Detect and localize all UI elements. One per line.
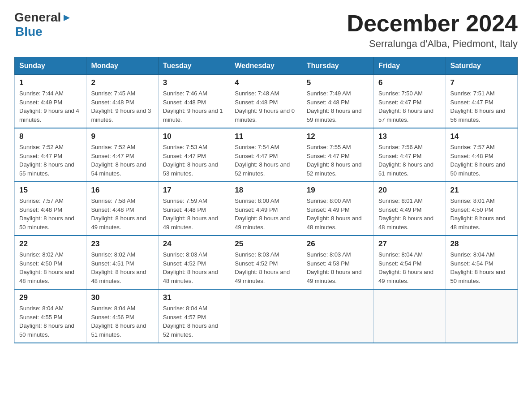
logo-text-general: General bbox=[14, 11, 61, 25]
day-info: Sunrise: 7:48 AMSunset: 4:48 PMDaylight:… bbox=[235, 89, 297, 124]
day-number: 6 bbox=[378, 78, 441, 87]
calendar-day-cell: 8Sunrise: 7:52 AMSunset: 4:47 PMDaylight… bbox=[15, 128, 86, 182]
calendar-day-cell: 19Sunrise: 8:00 AMSunset: 4:49 PMDayligh… bbox=[302, 182, 373, 235]
calendar-day-cell: 4Sunrise: 7:48 AMSunset: 4:48 PMDaylight… bbox=[230, 75, 302, 128]
day-info: Sunrise: 8:04 AMSunset: 4:54 PMDaylight:… bbox=[378, 250, 441, 285]
day-info: Sunrise: 7:46 AMSunset: 4:48 PMDaylight:… bbox=[163, 89, 225, 124]
weekday-header-tuesday: Tuesday bbox=[158, 57, 230, 75]
calendar-day-cell bbox=[374, 289, 446, 343]
calendar-table: SundayMondayTuesdayWednesdayThursdayFrid… bbox=[14, 57, 518, 343]
calendar-day-cell: 17Sunrise: 7:59 AMSunset: 4:48 PMDayligh… bbox=[158, 182, 230, 235]
weekday-header-monday: Monday bbox=[86, 57, 158, 75]
logo-text-blue: Blue bbox=[15, 25, 43, 39]
calendar-day-cell: 21Sunrise: 8:01 AMSunset: 4:50 PMDayligh… bbox=[446, 182, 517, 235]
calendar-day-cell: 20Sunrise: 8:01 AMSunset: 4:49 PMDayligh… bbox=[374, 182, 446, 235]
calendar-day-cell: 31Sunrise: 8:04 AMSunset: 4:57 PMDayligh… bbox=[158, 289, 230, 343]
day-number: 9 bbox=[91, 132, 153, 141]
logo: General Blue bbox=[14, 11, 72, 39]
calendar-week-row: 1Sunrise: 7:44 AMSunset: 4:49 PMDaylight… bbox=[15, 75, 518, 128]
day-number: 8 bbox=[19, 132, 82, 141]
day-info: Sunrise: 8:03 AMSunset: 4:52 PMDaylight:… bbox=[163, 250, 225, 285]
day-info: Sunrise: 8:04 AMSunset: 4:54 PMDaylight:… bbox=[450, 250, 513, 285]
calendar-day-cell: 28Sunrise: 8:04 AMSunset: 4:54 PMDayligh… bbox=[446, 235, 517, 289]
day-info: Sunrise: 8:04 AMSunset: 4:55 PMDaylight:… bbox=[19, 304, 82, 339]
day-info: Sunrise: 7:57 AMSunset: 4:48 PMDaylight:… bbox=[450, 143, 513, 178]
day-info: Sunrise: 7:44 AMSunset: 4:49 PMDaylight:… bbox=[19, 89, 82, 124]
weekday-header-saturday: Saturday bbox=[446, 57, 517, 75]
day-number: 16 bbox=[91, 186, 153, 195]
calendar-day-cell: 16Sunrise: 7:58 AMSunset: 4:48 PMDayligh… bbox=[86, 182, 158, 235]
calendar-day-cell: 24Sunrise: 8:03 AMSunset: 4:52 PMDayligh… bbox=[158, 235, 230, 289]
day-info: Sunrise: 7:50 AMSunset: 4:47 PMDaylight:… bbox=[378, 89, 441, 124]
calendar-day-cell: 3Sunrise: 7:46 AMSunset: 4:48 PMDaylight… bbox=[158, 75, 230, 128]
calendar-day-cell bbox=[446, 289, 517, 343]
day-number: 10 bbox=[163, 132, 225, 141]
calendar-week-row: 8Sunrise: 7:52 AMSunset: 4:47 PMDaylight… bbox=[15, 128, 518, 182]
month-title: December 2024 bbox=[347, 11, 518, 36]
weekday-header-sunday: Sunday bbox=[15, 57, 86, 75]
day-info: Sunrise: 7:45 AMSunset: 4:48 PMDaylight:… bbox=[91, 89, 153, 124]
day-number: 5 bbox=[307, 78, 369, 87]
day-info: Sunrise: 8:04 AMSunset: 4:57 PMDaylight:… bbox=[163, 304, 225, 339]
calendar-day-cell: 18Sunrise: 8:00 AMSunset: 4:49 PMDayligh… bbox=[230, 182, 302, 235]
day-number: 19 bbox=[307, 186, 369, 195]
day-info: Sunrise: 7:54 AMSunset: 4:47 PMDaylight:… bbox=[235, 143, 297, 178]
day-number: 26 bbox=[307, 240, 369, 248]
day-info: Sunrise: 8:04 AMSunset: 4:56 PMDaylight:… bbox=[91, 304, 153, 339]
day-number: 29 bbox=[19, 293, 82, 302]
calendar-day-cell: 30Sunrise: 8:04 AMSunset: 4:56 PMDayligh… bbox=[86, 289, 158, 343]
logo-arrow-icon bbox=[62, 13, 72, 23]
calendar-week-row: 15Sunrise: 7:57 AMSunset: 4:48 PMDayligh… bbox=[15, 182, 518, 235]
day-info: Sunrise: 8:03 AMSunset: 4:52 PMDaylight:… bbox=[235, 250, 297, 285]
calendar-day-cell: 10Sunrise: 7:53 AMSunset: 4:47 PMDayligh… bbox=[158, 128, 230, 182]
day-info: Sunrise: 7:51 AMSunset: 4:47 PMDaylight:… bbox=[450, 89, 513, 124]
calendar-day-cell: 1Sunrise: 7:44 AMSunset: 4:49 PMDaylight… bbox=[15, 75, 86, 128]
day-number: 31 bbox=[163, 293, 225, 302]
calendar-day-cell: 22Sunrise: 8:02 AMSunset: 4:50 PMDayligh… bbox=[15, 235, 86, 289]
calendar-day-cell: 27Sunrise: 8:04 AMSunset: 4:54 PMDayligh… bbox=[374, 235, 446, 289]
day-number: 17 bbox=[163, 186, 225, 195]
day-number: 27 bbox=[378, 240, 441, 248]
day-number: 15 bbox=[19, 186, 82, 195]
calendar-day-cell: 14Sunrise: 7:57 AMSunset: 4:48 PMDayligh… bbox=[446, 128, 517, 182]
calendar-day-cell: 23Sunrise: 8:02 AMSunset: 4:51 PMDayligh… bbox=[86, 235, 158, 289]
day-number: 13 bbox=[378, 132, 441, 141]
day-number: 25 bbox=[235, 240, 297, 248]
calendar-week-row: 29Sunrise: 8:04 AMSunset: 4:55 PMDayligh… bbox=[15, 289, 518, 343]
calendar-day-cell: 7Sunrise: 7:51 AMSunset: 4:47 PMDaylight… bbox=[446, 75, 517, 128]
calendar-day-cell bbox=[302, 289, 373, 343]
day-number: 1 bbox=[19, 78, 82, 87]
calendar-day-cell: 13Sunrise: 7:56 AMSunset: 4:47 PMDayligh… bbox=[374, 128, 446, 182]
day-number: 4 bbox=[235, 78, 297, 87]
day-number: 11 bbox=[235, 132, 297, 141]
calendar-week-row: 22Sunrise: 8:02 AMSunset: 4:50 PMDayligh… bbox=[15, 235, 518, 289]
day-number: 14 bbox=[450, 132, 513, 141]
calendar-day-cell: 15Sunrise: 7:57 AMSunset: 4:48 PMDayligh… bbox=[15, 182, 86, 235]
day-number: 24 bbox=[163, 240, 225, 248]
calendar-day-cell bbox=[230, 289, 302, 343]
day-number: 7 bbox=[450, 78, 513, 87]
day-info: Sunrise: 7:56 AMSunset: 4:47 PMDaylight:… bbox=[378, 143, 441, 178]
day-number: 3 bbox=[163, 78, 225, 87]
weekday-header-friday: Friday bbox=[374, 57, 446, 75]
day-number: 28 bbox=[450, 240, 513, 248]
calendar-day-cell: 12Sunrise: 7:55 AMSunset: 4:47 PMDayligh… bbox=[302, 128, 373, 182]
day-info: Sunrise: 8:01 AMSunset: 4:49 PMDaylight:… bbox=[378, 197, 441, 231]
page-header: General Blue December 2024 Serralunga d'… bbox=[14, 11, 518, 50]
location-title: Serralunga d'Alba, Piedmont, Italy bbox=[347, 38, 518, 50]
calendar-day-cell: 29Sunrise: 8:04 AMSunset: 4:55 PMDayligh… bbox=[15, 289, 86, 343]
calendar-day-cell: 9Sunrise: 7:52 AMSunset: 4:47 PMDaylight… bbox=[86, 128, 158, 182]
calendar-day-cell: 26Sunrise: 8:03 AMSunset: 4:53 PMDayligh… bbox=[302, 235, 373, 289]
day-info: Sunrise: 8:00 AMSunset: 4:49 PMDaylight:… bbox=[307, 197, 369, 231]
day-number: 20 bbox=[378, 186, 441, 195]
day-number: 23 bbox=[91, 240, 153, 248]
svg-marker-0 bbox=[64, 15, 70, 21]
weekday-header-row: SundayMondayTuesdayWednesdayThursdayFrid… bbox=[15, 57, 518, 75]
day-info: Sunrise: 7:49 AMSunset: 4:48 PMDaylight:… bbox=[307, 89, 369, 124]
day-number: 12 bbox=[307, 132, 369, 141]
day-number: 2 bbox=[91, 78, 153, 87]
calendar-day-cell: 6Sunrise: 7:50 AMSunset: 4:47 PMDaylight… bbox=[374, 75, 446, 128]
calendar-day-cell: 11Sunrise: 7:54 AMSunset: 4:47 PMDayligh… bbox=[230, 128, 302, 182]
day-number: 30 bbox=[91, 293, 153, 302]
weekday-header-wednesday: Wednesday bbox=[230, 57, 302, 75]
